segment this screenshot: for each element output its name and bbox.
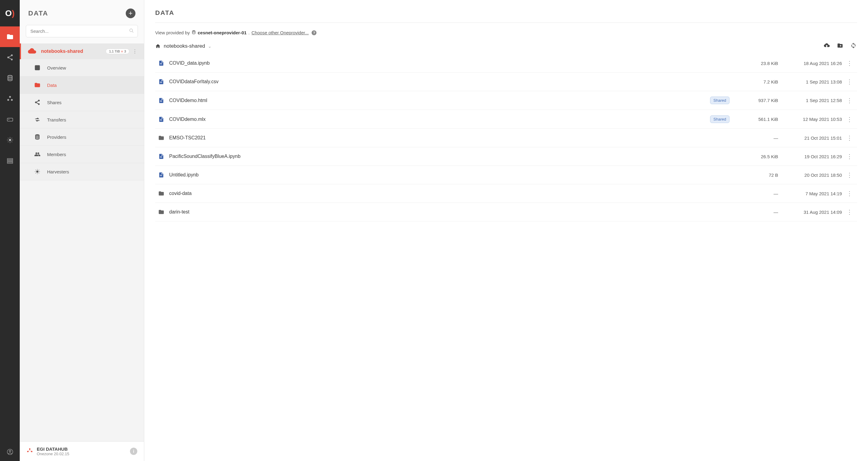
file-size: 23.8 KiB bbox=[739, 61, 778, 66]
info-button[interactable]: i bbox=[130, 448, 137, 455]
file-row[interactable]: COVIDdemo.mlxShared561.1 KiB12 May 2021 … bbox=[155, 110, 857, 129]
svg-rect-26 bbox=[160, 156, 162, 157]
file-menu-button[interactable]: ⋮ bbox=[842, 78, 857, 85]
svg-point-11 bbox=[130, 29, 132, 32]
file-name: covid-data bbox=[167, 191, 739, 196]
refresh-button[interactable] bbox=[850, 42, 857, 50]
search-icon bbox=[129, 28, 134, 34]
svg-point-16 bbox=[31, 451, 32, 452]
harvesters-icon bbox=[34, 168, 41, 175]
svg-point-1 bbox=[7, 99, 9, 101]
svg-rect-23 bbox=[160, 101, 162, 101]
sidebar-footer: EGI DATAHUB Onezone 20.02.15 i bbox=[20, 441, 144, 461]
nav-clusters[interactable] bbox=[0, 88, 20, 109]
toolbar: notebooks-shared ⌄ bbox=[144, 35, 868, 54]
file-row[interactable]: Untitled.ipynb72 B20 Oct 2021 18:50⋮ bbox=[155, 166, 857, 184]
file-row[interactable]: darin-test—31 Aug 2021 14:09⋮ bbox=[155, 203, 857, 221]
chevron-down-icon[interactable]: ⌄ bbox=[208, 44, 211, 49]
datahub-icon bbox=[26, 447, 33, 455]
file-icon bbox=[155, 97, 167, 104]
file-size: — bbox=[739, 191, 778, 196]
sidebar: DATA + notebooks-shared 1.1 TiB ≡ 3 ⋮ bbox=[20, 0, 144, 461]
file-row[interactable]: COVIDdemo.htmlShared937.7 KiB1 Sep 2021 … bbox=[155, 91, 857, 110]
file-date: 18 Aug 2021 16:26 bbox=[778, 61, 842, 66]
svg-rect-19 bbox=[160, 64, 162, 64]
nav-tokens[interactable] bbox=[0, 109, 20, 130]
nav-providers[interactable] bbox=[0, 68, 20, 88]
nav-automation[interactable] bbox=[0, 150, 20, 171]
svg-point-13 bbox=[36, 171, 38, 173]
file-menu-button[interactable]: ⋮ bbox=[842, 116, 857, 123]
svg-rect-12 bbox=[35, 66, 40, 70]
nav-shares[interactable] bbox=[0, 47, 20, 68]
submenu-harvesters[interactable]: Harvesters bbox=[20, 163, 144, 180]
file-date: 20 Oct 2021 18:50 bbox=[778, 173, 842, 178]
file-menu-button[interactable]: ⋮ bbox=[842, 97, 857, 104]
search-input[interactable] bbox=[26, 25, 137, 37]
submenu-transfers[interactable]: Transfers bbox=[20, 111, 144, 128]
file-menu-button[interactable]: ⋮ bbox=[842, 134, 857, 142]
footer-title: EGI DATAHUB bbox=[37, 447, 69, 452]
file-menu-button[interactable]: ⋮ bbox=[842, 153, 857, 160]
home-icon bbox=[155, 43, 161, 49]
svg-point-5 bbox=[9, 139, 11, 141]
file-name: COVID_data.ipynb bbox=[167, 60, 739, 66]
submenu-shares[interactable]: Shares bbox=[20, 94, 144, 111]
space-menu-button[interactable]: ⋮ bbox=[131, 49, 139, 54]
file-row[interactable]: COVIDdataForItaly.csv7.2 KiB1 Sep 2021 1… bbox=[155, 72, 857, 91]
help-icon[interactable]: ? bbox=[312, 30, 316, 35]
svg-rect-24 bbox=[160, 119, 162, 120]
svg-rect-6 bbox=[7, 158, 13, 160]
file-size: 561.1 KiB bbox=[739, 117, 778, 122]
new-folder-button[interactable] bbox=[836, 42, 844, 50]
svg-rect-29 bbox=[160, 176, 162, 176]
add-space-button[interactable]: + bbox=[126, 8, 135, 18]
submenu-overview[interactable]: Overview bbox=[20, 59, 144, 76]
svg-point-14 bbox=[29, 448, 31, 450]
file-menu-button[interactable]: ⋮ bbox=[842, 208, 857, 216]
logo: O) bbox=[0, 0, 20, 26]
file-row[interactable]: covid-data—7 May 2021 14:19⋮ bbox=[155, 184, 857, 203]
file-name: PacificSoundClassifyBlueA.ipynb bbox=[167, 154, 739, 159]
provider-name: cesnet-oneprovider-01 bbox=[198, 30, 247, 35]
file-row[interactable]: COVID_data.ipynb23.8 KiB18 Aug 2021 16:2… bbox=[155, 54, 857, 72]
breadcrumb[interactable]: notebooks-shared ⌄ bbox=[155, 43, 211, 49]
submenu-providers[interactable]: Providers bbox=[20, 128, 144, 146]
file-row[interactable]: EMSO-TSC2021—21 Oct 2021 15:01⋮ bbox=[155, 129, 857, 147]
space-size-badge: 1.1 TiB ≡ 3 bbox=[106, 49, 129, 54]
submenu-members[interactable]: Members bbox=[20, 146, 144, 163]
file-row[interactable]: PacificSoundClassifyBlueA.ipynb26.5 KiB1… bbox=[155, 147, 857, 166]
file-icon bbox=[155, 60, 167, 66]
upload-button[interactable] bbox=[823, 42, 830, 50]
nav-user[interactable] bbox=[0, 443, 20, 461]
svg-rect-20 bbox=[160, 82, 162, 82]
file-menu-button[interactable]: ⋮ bbox=[842, 190, 857, 197]
file-date: 31 Aug 2021 14:09 bbox=[778, 210, 842, 215]
space-name: notebooks-shared bbox=[41, 49, 106, 54]
folder-icon bbox=[155, 134, 167, 141]
submenu-data[interactable]: Data bbox=[20, 76, 144, 94]
svg-rect-27 bbox=[160, 157, 162, 158]
nav-harvesters[interactable] bbox=[0, 130, 20, 150]
nav-data[interactable] bbox=[0, 26, 20, 47]
file-name: COVIDdemo.mlx bbox=[167, 117, 710, 122]
file-size: 26.5 KiB bbox=[739, 154, 778, 159]
file-date: 19 Oct 2021 16:29 bbox=[778, 154, 842, 159]
file-name: COVIDdemo.html bbox=[167, 98, 710, 103]
file-menu-button[interactable]: ⋮ bbox=[842, 60, 857, 67]
svg-rect-22 bbox=[160, 100, 162, 101]
file-menu-button[interactable]: ⋮ bbox=[842, 171, 857, 179]
svg-rect-25 bbox=[160, 120, 162, 120]
transfers-icon bbox=[34, 117, 41, 123]
svg-rect-18 bbox=[160, 63, 162, 63]
svg-point-15 bbox=[27, 451, 29, 452]
file-date: 7 May 2021 14:19 bbox=[778, 191, 842, 196]
space-item[interactable]: notebooks-shared 1.1 TiB ≡ 3 ⋮ bbox=[20, 43, 144, 59]
svg-rect-4 bbox=[8, 119, 9, 120]
svg-rect-8 bbox=[7, 162, 13, 163]
main-content: DATA View provided by cesnet-oneprovider… bbox=[144, 0, 868, 461]
file-name: Untitled.ipynb bbox=[167, 172, 739, 178]
file-icon bbox=[155, 116, 167, 123]
share-icon bbox=[34, 99, 41, 105]
choose-provider-link[interactable]: Choose other Oneprovider... bbox=[251, 30, 309, 35]
